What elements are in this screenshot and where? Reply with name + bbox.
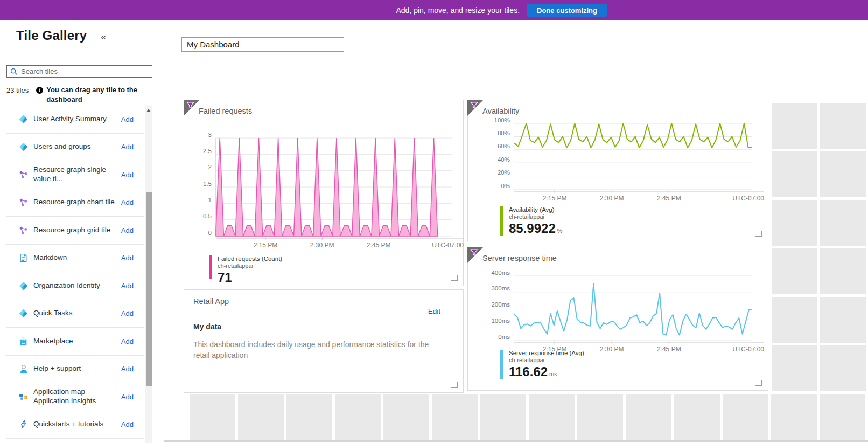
legend-value: 71 <box>218 270 282 285</box>
placeholder-tile <box>432 394 478 440</box>
edit-link[interactable]: Edit <box>428 307 440 315</box>
placeholder-tile <box>335 394 381 440</box>
resource-graph-icon <box>19 226 28 235</box>
placeholder-tile <box>723 394 768 440</box>
legend-value: 85.9922% <box>509 221 563 236</box>
placeholder-tile <box>480 394 526 440</box>
placeholder-tile <box>772 151 817 197</box>
scrollbar-thumb[interactable] <box>146 192 152 386</box>
retail-app-tile[interactable]: Retail App Edit My data This dashboard i… <box>184 289 464 393</box>
tile-gallery-item[interactable]: Organization Identity Add <box>6 272 144 300</box>
legend-color-bar <box>209 255 212 279</box>
search-box <box>6 65 152 78</box>
placeholder-tile <box>383 394 429 440</box>
search-input[interactable] <box>21 67 149 75</box>
collapse-panel-icon[interactable]: « <box>101 32 106 43</box>
add-tile-link[interactable]: Add <box>121 171 134 179</box>
placeholder-tile <box>238 394 284 440</box>
azure-dashboard-customize-page: Add, pin, move, and resize your tiles. D… <box>0 0 868 443</box>
placeholder-tile <box>772 345 817 391</box>
legend-resource-name: ch-retailappai <box>218 262 282 269</box>
svg-text:100ms: 100ms <box>491 317 510 324</box>
tile-gallery-item[interactable]: Resource graph chart tile Add <box>6 189 144 217</box>
add-tile-link[interactable]: Add <box>121 226 134 234</box>
done-customizing-button[interactable]: Done customizing <box>527 4 607 17</box>
add-tile-link[interactable]: Add <box>121 282 134 290</box>
diamond-icon <box>19 309 28 318</box>
legend-unit: % <box>557 227 563 234</box>
tile-gallery-item[interactable]: Application mapApplication Insights Add <box>6 383 144 411</box>
tile-label: Quick Tasks <box>33 309 73 318</box>
tile-gallery-item[interactable]: Quickstarts + tutorials Add <box>6 411 144 439</box>
placeholder-tile <box>529 394 575 440</box>
tile-gallery-item[interactable]: Users and groups Add <box>6 134 144 162</box>
add-tile-link[interactable]: Add <box>121 143 134 151</box>
tile-resize-handle[interactable] <box>451 275 458 281</box>
tile-title: Retail App <box>193 297 229 306</box>
tile-gallery-panel: Tile Gallery « 23 tiles i You can drag a… <box>0 20 163 443</box>
placeholder-tile <box>771 394 817 440</box>
add-tile-link[interactable]: Add <box>121 420 134 428</box>
placeholder-tile <box>772 248 817 294</box>
svg-text:2.5: 2.5 <box>203 148 212 154</box>
tile-gallery-title: Tile Gallery <box>16 28 87 43</box>
scroll-up-icon[interactable] <box>146 109 151 112</box>
dashboard-name-input[interactable] <box>181 37 344 52</box>
svg-text:0ms: 0ms <box>498 334 510 340</box>
diamond-icon <box>19 281 28 290</box>
svg-text:80%: 80% <box>498 130 510 136</box>
placeholder-tile <box>820 200 866 246</box>
tile-gallery-item[interactable]: Marketplace Add <box>6 328 144 356</box>
add-tile-link[interactable]: Add <box>121 365 134 373</box>
tile-label: Users and groups <box>33 142 91 151</box>
tile-gallery-item[interactable]: Resource graph single value ti... Add <box>6 161 144 189</box>
diamond-icon <box>19 115 28 124</box>
add-tile-link[interactable]: Add <box>121 309 134 317</box>
placeholder-tile <box>674 394 720 440</box>
svg-text:2:30 PM: 2:30 PM <box>600 345 624 353</box>
svg-text:20%: 20% <box>498 169 510 176</box>
canvas-bottom-divider <box>164 440 868 442</box>
placeholder-tile <box>820 151 866 197</box>
markdown-body: This dashboard includes daily usage and … <box>193 340 447 361</box>
availability-tile[interactable]: Availability 100%80%60%40%20%0%2:15 PM2:… <box>467 100 768 241</box>
legend-metric-name: Server response time (Avg) <box>509 350 584 356</box>
tile-resize-handle[interactable] <box>755 380 762 386</box>
tile-label: Markdown <box>33 253 67 262</box>
svg-text:0.5: 0.5 <box>203 213 212 219</box>
marketplace-icon <box>19 337 28 346</box>
add-tile-link[interactable]: Add <box>121 254 134 262</box>
chart-legend: Availability (Avg) ch-retailappai 85.992… <box>500 206 563 236</box>
add-tile-link[interactable]: Add <box>121 115 134 123</box>
tile-gallery-item[interactable]: Markdown Add <box>6 245 144 273</box>
diamond-icon <box>19 142 28 151</box>
tile-gallery-item[interactable]: Help + support Add <box>6 356 144 384</box>
placeholder-tile <box>190 394 235 440</box>
add-tile-link[interactable]: Add <box>121 393 134 401</box>
tile-gallery-item[interactable]: Quick Tasks Add <box>6 300 144 328</box>
placeholder-tile <box>820 248 866 294</box>
server-response-tile[interactable]: Server response time 400ms300ms200ms100m… <box>467 247 768 391</box>
tile-count: 23 tiles <box>6 85 29 104</box>
svg-text:0%: 0% <box>501 183 510 189</box>
svg-text:1.5: 1.5 <box>203 181 212 187</box>
customize-message: Add, pin, move, and resize your tiles. <box>396 6 520 15</box>
chart-legend: Failed requests (Count) ch-retailappai 7… <box>209 255 282 279</box>
tile-gallery-item[interactable]: Resource graph grid tile Add <box>6 217 144 245</box>
tile-label: Quickstarts + tutorials <box>33 420 103 429</box>
legend-metric-name: Failed requests (Count) <box>218 255 282 262</box>
failed-requests-tile[interactable]: Failed requests 32.521.510.502:15 PM2:30… <box>184 100 464 286</box>
svg-text:40%: 40% <box>498 156 510 163</box>
dashboard-canvas: Failed requests 32.521.510.502:15 PM2:30… <box>164 20 868 443</box>
tile-resize-handle[interactable] <box>755 231 762 237</box>
svg-text:60%: 60% <box>498 143 510 149</box>
add-tile-link[interactable]: Add <box>121 198 134 206</box>
svg-text:2:30 PM: 2:30 PM <box>600 195 624 202</box>
markdown-heading: My data <box>193 322 221 331</box>
tile-gallery-item[interactable]: User Activity Summary Add <box>6 106 144 134</box>
tile-resize-handle[interactable] <box>451 382 458 388</box>
tile-label: Application mapApplication Insights <box>33 387 96 406</box>
tile-label: Marketplace <box>33 337 73 346</box>
add-tile-link[interactable]: Add <box>121 337 134 345</box>
sidebar-scrollbar[interactable] <box>145 106 152 443</box>
